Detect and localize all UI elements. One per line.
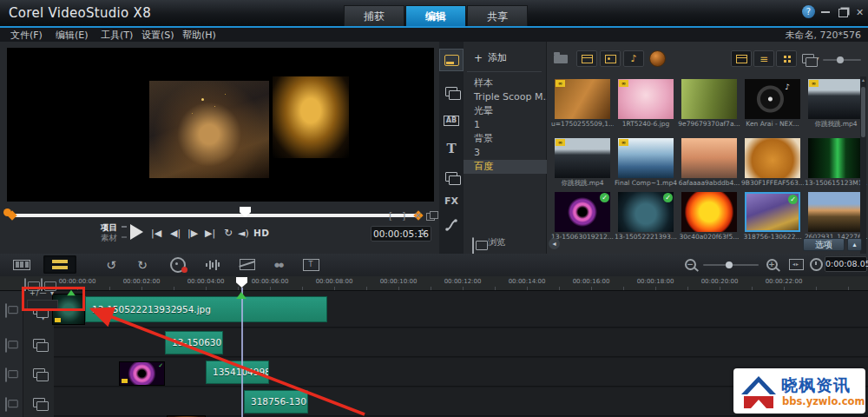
media-thumb[interactable]: [808, 192, 864, 232]
nav-overlay-icon[interactable]: [439, 165, 464, 188]
close-button[interactable]: ✕: [856, 8, 864, 18]
menu-edit[interactable]: 编辑(E): [56, 29, 89, 42]
clip-thumb[interactable]: ✓: [119, 361, 165, 386]
options-expand-icon[interactable]: ▴: [847, 238, 862, 251]
category-sample[interactable]: 样本: [474, 76, 493, 90]
thumb-size-knob[interactable]: [837, 56, 844, 63]
add-category-button[interactable]: 添加: [488, 51, 507, 65]
hd-toggle[interactable]: HD: [253, 228, 270, 238]
filter-video-button[interactable]: [576, 50, 597, 67]
media-thumb[interactable]: [681, 138, 737, 178]
scrub-bar[interactable]: [12, 214, 422, 217]
filter-audio-button[interactable]: ♪: [623, 50, 644, 67]
scroll-up-icon[interactable]: ▴: [860, 76, 866, 83]
step-fwd-button[interactable]: |▶: [187, 228, 198, 240]
split-clip-icon[interactable]: ✕: [414, 210, 422, 222]
media-thumb[interactable]: ∞: [618, 138, 674, 178]
menu-settings[interactable]: 设置(S): [141, 29, 174, 42]
folder-icon[interactable]: [554, 52, 568, 63]
timeline-clip-overlay1[interactable]: 13-150630192: [165, 331, 223, 354]
nav-media-icon[interactable]: [439, 49, 464, 71]
fit-project-button[interactable]: ◂▸: [786, 255, 806, 274]
enlarge-preview-icon[interactable]: [426, 213, 435, 221]
mark-out-icon[interactable]: ]: [402, 210, 405, 222]
zoom-in-button[interactable]: +: [764, 255, 779, 274]
nav-motion-path-icon[interactable]: [439, 214, 464, 236]
filter-photo-button[interactable]: [600, 50, 621, 67]
view-thumbnail-button[interactable]: [731, 50, 752, 67]
category-triple-scoop[interactable]: Triple Scoop M...: [474, 90, 552, 104]
overlay3-track-type-icon[interactable]: [5, 398, 7, 411]
add-icon[interactable]: +: [474, 52, 483, 64]
timeline-zoom-knob[interactable]: [726, 261, 733, 268]
timecode-spinner[interactable]: ▴ ▾: [421, 227, 424, 235]
category-background[interactable]: 背景: [474, 132, 493, 146]
tab-edit[interactable]: 编辑: [405, 5, 466, 26]
gallery-scroll-thumb[interactable]: [861, 87, 865, 137]
overlay3-track-button[interactable]: [30, 394, 49, 410]
tab-capture[interactable]: 捕获: [344, 5, 404, 26]
timeline-clip-video[interactable]: 13-150522213932954.jpg: [85, 296, 327, 322]
sort-button[interactable]: ▾: [800, 50, 821, 67]
media-thumb[interactable]: ∞: [555, 138, 610, 178]
media-thumb-selected[interactable]: ✓: [745, 192, 800, 232]
home-button[interactable]: |◀: [151, 228, 161, 240]
playhead-line[interactable]: [241, 288, 243, 417]
spin-down-icon[interactable]: ▾: [421, 231, 424, 235]
video-track-type-icon[interactable]: [5, 304, 7, 317]
collapse-panel-icon[interactable]: ◂: [549, 238, 560, 249]
overlay1-track-type-icon[interactable]: [5, 339, 7, 352]
minimize-button[interactable]: [821, 11, 830, 13]
menu-help[interactable]: 帮助(H): [182, 29, 216, 42]
media-thumb[interactable]: ∞: [808, 79, 864, 119]
category-1[interactable]: 1: [474, 118, 480, 132]
media-thumb[interactable]: [681, 192, 737, 232]
overlay2-track-type-icon[interactable]: [5, 368, 7, 381]
redo-button[interactable]: ↻: [132, 255, 153, 274]
tab-share[interactable]: 共享: [467, 5, 528, 26]
mode-clip-label[interactable]: 素材: [101, 233, 117, 242]
nav-title-icon[interactable]: T: [439, 137, 464, 160]
category-flare[interactable]: 光晕: [474, 104, 493, 118]
menu-tools[interactable]: 工具(T): [101, 29, 133, 42]
media-thumb[interactable]: ∞: [618, 79, 674, 119]
timeline-clip-overlay2[interactable]: 135410499876: [206, 361, 269, 384]
timeline-view-button[interactable]: [43, 255, 76, 274]
media-thumb[interactable]: ✓: [618, 192, 674, 232]
zoom-out-button[interactable]: −: [682, 255, 698, 274]
step-back-button[interactable]: ◀|: [170, 228, 181, 240]
overlay2-track-button[interactable]: [30, 365, 49, 381]
browse-icon[interactable]: [472, 238, 474, 255]
undo-button[interactable]: ↺: [101, 255, 122, 274]
help-icon[interactable]: ?: [802, 5, 815, 18]
storyboard-view-button[interactable]: [7, 255, 36, 274]
restore-button[interactable]: [838, 9, 848, 17]
end-button[interactable]: ▶|: [205, 228, 215, 240]
media-thumb[interactable]: ✓: [555, 192, 610, 232]
timeline-clip-overlay3[interactable]: 318756-1306222: [244, 390, 308, 414]
repeat-button[interactable]: ↻: [224, 227, 233, 239]
nav-transition-icon[interactable]: AB: [439, 109, 464, 132]
mode-project-label[interactable]: 项目: [101, 222, 117, 232]
preview-screen[interactable]: [7, 48, 434, 202]
media-thumb[interactable]: [745, 138, 800, 178]
menu-file[interactable]: 文件(F): [10, 29, 43, 42]
nav-filter-icon[interactable]: FX: [439, 189, 464, 212]
volume-icon[interactable]: ◄): [238, 228, 249, 240]
category-3[interactable]: 3: [474, 146, 480, 160]
options-button[interactable]: 选项: [803, 238, 845, 251]
voiceover-button[interactable]: ●●: [267, 255, 290, 274]
view-list-button[interactable]: ≡: [753, 50, 774, 67]
view-grid-button[interactable]: [776, 50, 797, 67]
record-capture-icon[interactable]: [649, 50, 666, 67]
timeline-ruler[interactable]: 00:00:00:00 00:00:02:00 00:00:04:00 00:0…: [0, 276, 868, 291]
media-thumb[interactable]: ♪: [745, 79, 800, 119]
record-capture-button[interactable]: [167, 255, 189, 274]
media-thumb[interactable]: [808, 138, 864, 178]
mark-in-icon[interactable]: [: [389, 210, 392, 222]
media-thumb[interactable]: ∞: [555, 79, 610, 119]
project-duration-button[interactable]: [809, 255, 823, 274]
auto-music-button[interactable]: [236, 255, 259, 274]
overlay1-track-button[interactable]: [30, 335, 49, 351]
subtitle-button[interactable]: T: [299, 255, 323, 274]
